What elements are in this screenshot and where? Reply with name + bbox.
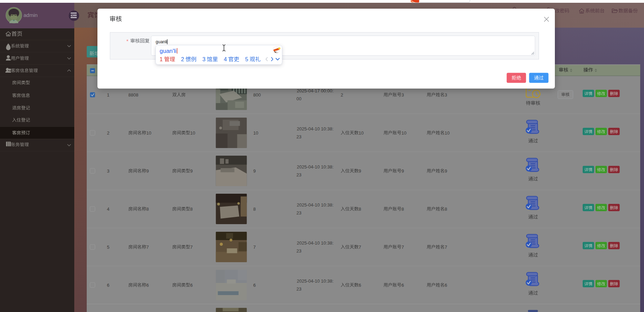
svg-text:2025-04-17 00:00:: 2025-04-17 00:00: xyxy=(297,88,333,93)
svg-text:5: 5 xyxy=(245,56,248,62)
svg-text:2: 2 xyxy=(341,92,343,98)
svg-text:2: 2 xyxy=(107,130,109,136)
svg-text:admin: admin xyxy=(23,12,38,18)
svg-text:3: 3 xyxy=(202,56,206,62)
svg-text:10: 10 xyxy=(445,130,449,136)
svg-text:2025-04-10 10:38:: 2025-04-10 10:38: xyxy=(297,164,333,169)
svg-text:7: 7 xyxy=(445,245,447,250)
svg-text:guanli: guanli xyxy=(156,39,167,44)
svg-text:8808: 8808 xyxy=(129,92,139,98)
svg-text:23: 23 xyxy=(296,134,301,139)
svg-text:7: 7 xyxy=(253,245,256,250)
svg-text:8: 8 xyxy=(253,207,256,212)
svg-text:6: 6 xyxy=(401,283,404,288)
svg-text:10: 10 xyxy=(190,130,195,136)
svg-text:9: 9 xyxy=(253,168,256,174)
svg-text:3: 3 xyxy=(401,92,404,98)
svg-text:2025-04-10 10:38:: 2025-04-10 10:38: xyxy=(297,278,333,284)
svg-text:10: 10 xyxy=(401,130,406,136)
svg-text:2025-04-10 10:38:: 2025-04-10 10:38: xyxy=(297,126,333,131)
svg-text:10: 10 xyxy=(253,130,258,136)
svg-text:6: 6 xyxy=(146,283,149,288)
svg-text:23: 23 xyxy=(296,172,301,177)
svg-text:23: 23 xyxy=(296,286,301,292)
svg-text:23: 23 xyxy=(296,248,301,254)
svg-text:guan'li: guan'li xyxy=(160,48,177,54)
svg-text:8: 8 xyxy=(190,207,193,212)
svg-text:7: 7 xyxy=(190,245,193,250)
svg-text:4: 4 xyxy=(224,56,227,62)
svg-text:7: 7 xyxy=(146,245,149,250)
svg-text:3: 3 xyxy=(445,92,447,98)
svg-text:9: 9 xyxy=(146,168,149,174)
svg-text:10: 10 xyxy=(146,130,151,136)
svg-text:5: 5 xyxy=(107,245,109,250)
svg-text:800: 800 xyxy=(253,92,261,98)
svg-text:9: 9 xyxy=(190,168,193,174)
svg-text:6: 6 xyxy=(359,283,361,288)
svg-text:8: 8 xyxy=(146,207,149,212)
svg-text:7: 7 xyxy=(401,245,404,250)
svg-text:*: * xyxy=(126,38,129,44)
svg-text:8: 8 xyxy=(359,207,361,212)
svg-text:23: 23 xyxy=(296,210,301,215)
svg-text:6: 6 xyxy=(107,283,109,288)
svg-text:7: 7 xyxy=(359,245,361,250)
svg-text:9: 9 xyxy=(359,168,361,174)
svg-text:4: 4 xyxy=(107,207,109,212)
svg-text:6: 6 xyxy=(190,283,193,288)
svg-text:8: 8 xyxy=(401,207,404,212)
svg-text:6: 6 xyxy=(253,283,256,288)
svg-text:1: 1 xyxy=(107,92,109,98)
svg-text:3: 3 xyxy=(107,168,109,174)
svg-text:6: 6 xyxy=(445,283,447,288)
svg-text:2025-04-10 10:38:: 2025-04-10 10:38: xyxy=(297,240,333,246)
svg-text:00: 00 xyxy=(296,96,301,101)
svg-text:9: 9 xyxy=(445,168,447,174)
svg-text:9: 9 xyxy=(401,168,404,174)
svg-text:2025-04-10 10:38:: 2025-04-10 10:38: xyxy=(297,202,333,208)
svg-text:1: 1 xyxy=(160,56,163,62)
svg-text:10: 10 xyxy=(359,130,363,136)
svg-text:8: 8 xyxy=(445,207,447,212)
svg-text:2: 2 xyxy=(181,56,184,62)
